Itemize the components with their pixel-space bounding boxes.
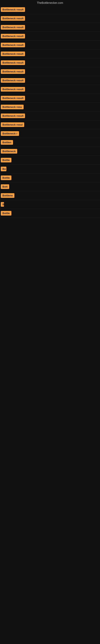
list-item: Bottleneck r xyxy=(0,129,100,138)
list-item: B xyxy=(0,200,100,209)
bottleneck-badge[interactable]: Bottleneck result xyxy=(1,7,25,12)
bottleneck-badge[interactable]: Bottleneck result xyxy=(1,96,25,100)
bottleneck-badge[interactable]: Bottleneck result xyxy=(1,43,25,47)
bottleneck-badge[interactable]: Bottleneck result xyxy=(1,16,25,21)
list-item: Bottleneck result xyxy=(0,14,100,23)
bottleneck-badge[interactable]: Bottle xyxy=(1,176,11,180)
list-item: Bottle xyxy=(0,156,100,164)
bottleneck-badge[interactable]: Bottleneck xyxy=(1,149,17,154)
bottleneck-badge[interactable]: Bottleneck resu xyxy=(1,105,24,109)
bottleneck-badge[interactable]: Bottleneck result xyxy=(1,52,25,56)
bottleneck-badge[interactable]: Bott xyxy=(1,184,9,189)
list-item: Bottleneck result xyxy=(0,50,100,58)
list-item: Bottleneck result xyxy=(0,41,100,50)
list-item: Bottleneck result xyxy=(0,76,100,85)
bottleneck-badge[interactable]: Bottlene xyxy=(1,193,14,198)
list-item: Bottleneck result xyxy=(0,112,100,120)
list-item: Bottleneck result xyxy=(0,23,100,32)
list-item: Bottlen xyxy=(0,138,100,147)
bottleneck-badge[interactable]: Bottleneck result xyxy=(1,34,25,38)
bottleneck-badge[interactable]: Bottleneck result xyxy=(1,69,25,74)
list-item: Bottleneck result xyxy=(0,58,100,67)
list-item: Bottleneck result xyxy=(0,67,100,76)
list-item: Bottle xyxy=(0,174,100,182)
list-item: Bottleneck xyxy=(0,147,100,156)
bottleneck-badge[interactable]: Bottle xyxy=(1,158,11,162)
bottleneck-badge[interactable]: Bottlen xyxy=(1,140,13,145)
site-title: TheBottlenecker.com xyxy=(0,0,100,5)
list-item: Bottleneck result xyxy=(0,94,100,103)
list-item: Bottleneck resul xyxy=(0,120,100,129)
list-item: Bott xyxy=(0,182,100,191)
list-item: Bottleneck result xyxy=(0,5,100,14)
bottleneck-badge[interactable]: Bottleneck result xyxy=(1,25,25,30)
bottleneck-list: Bottleneck resultBottleneck resultBottle… xyxy=(0,5,100,218)
bottleneck-badge[interactable]: Bottleneck r xyxy=(1,131,19,136)
list-item: Bottlene xyxy=(0,191,100,200)
list-item: Bo xyxy=(0,164,100,174)
bottleneck-badge[interactable]: Bottleneck result xyxy=(1,78,25,83)
list-item: Bottleneck resu xyxy=(0,103,100,112)
bottleneck-badge[interactable]: Bottleneck result xyxy=(1,114,25,118)
list-item: Bottleneck result xyxy=(0,85,100,94)
bottleneck-badge[interactable]: Bottleneck result xyxy=(1,60,25,65)
bottleneck-badge[interactable]: Bottle xyxy=(1,211,11,216)
bottleneck-badge[interactable]: Bottleneck result xyxy=(1,87,25,92)
bottleneck-badge[interactable]: B xyxy=(1,202,4,207)
list-item: Bottle xyxy=(0,209,100,218)
bottleneck-badge[interactable]: Bottleneck resul xyxy=(1,122,24,127)
bottleneck-badge[interactable]: Bo xyxy=(1,167,6,171)
list-item: Bottleneck result xyxy=(0,32,100,41)
